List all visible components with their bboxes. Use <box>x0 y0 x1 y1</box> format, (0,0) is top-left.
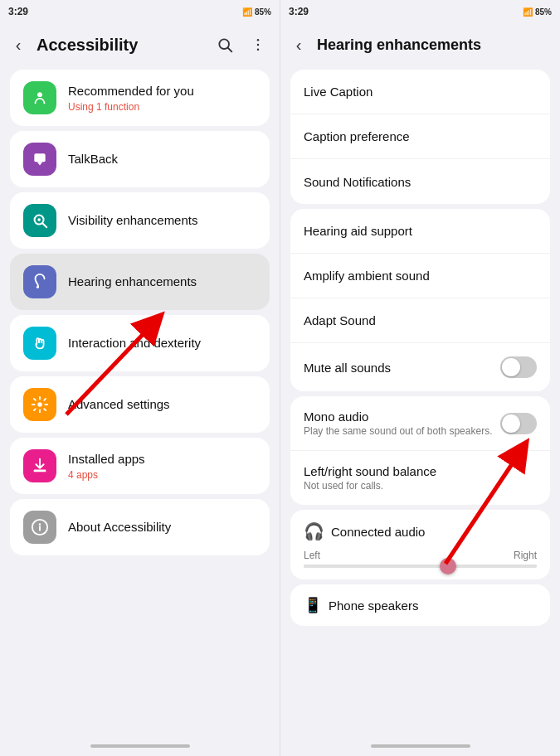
installed-card: Installed apps 4 apps <box>10 438 270 494</box>
amplify-item[interactable]: Amplify ambient sound <box>290 254 550 298</box>
advanced-icon <box>23 388 56 421</box>
adapt-sound-text: Adapt Sound <box>304 313 537 327</box>
sidebar-item-advanced[interactable]: Advanced settings <box>10 376 270 433</box>
svg-line-1 <box>228 48 232 52</box>
hearing-text: Hearing enhancements <box>68 274 256 290</box>
mono-audio-title: Mono audio <box>304 410 500 424</box>
right-page-title: Hearing enhancements <box>314 36 553 54</box>
hearing-aid-title: Hearing aid support <box>304 224 537 238</box>
amplify-title: Amplify ambient sound <box>304 269 537 283</box>
sidebar-item-visibility[interactable]: Visibility enhancements <box>10 192 270 249</box>
caption-pref-item[interactable]: Caption preference <box>290 114 550 159</box>
left-panel: 3:29 📶 85% ‹ Accessibility <box>0 0 280 756</box>
settings-group-3: Mono audio Play the same sound out of bo… <box>290 396 550 505</box>
live-caption-title: Live Caption <box>304 85 537 99</box>
hearing-icon <box>23 265 56 298</box>
hearing-settings-list: Live Caption Caption preference Sound No… <box>280 66 560 736</box>
mono-audio-item[interactable]: Mono audio Play the same sound out of bo… <box>290 396 550 451</box>
sidebar-item-interaction[interactable]: Interaction and dexterity <box>10 315 270 371</box>
mono-audio-toggle[interactable] <box>500 413 537 434</box>
left-right-title: Left/right sound balance <box>304 464 537 478</box>
sound-notif-text: Sound Notifications <box>304 175 537 189</box>
sidebar-item-about[interactable]: About Accessibility <box>10 499 270 555</box>
about-title: About Accessibility <box>68 519 256 536</box>
svg-point-11 <box>37 218 41 221</box>
slider-thumb[interactable] <box>440 558 456 574</box>
left-screen: 3:29 📶 85% ‹ Accessibility <box>0 0 280 756</box>
talkback-card: TalkBack <box>10 131 270 187</box>
mute-all-item[interactable]: Mute all sounds <box>290 343 550 391</box>
settings-group-2: Hearing aid support Amplify ambient soun… <box>290 209 550 391</box>
svg-marker-8 <box>37 162 43 165</box>
recommended-card: Recommended for you Using 1 function <box>10 70 270 126</box>
about-icon <box>23 511 56 544</box>
talkback-title: TalkBack <box>68 151 256 167</box>
visibility-icon <box>23 204 56 237</box>
visibility-card: Visibility enhancements <box>10 192 270 249</box>
mute-all-text: Mute all sounds <box>304 361 500 375</box>
left-right-text: Left/right sound balance Not used for ca… <box>304 464 537 492</box>
connected-audio-header: 🎧 Connected audio <box>304 521 537 541</box>
svg-point-6 <box>37 93 42 98</box>
right-status-icons: 📶 85% <box>523 7 552 17</box>
recommended-icon <box>23 81 56 114</box>
left-action-icons <box>210 30 273 60</box>
caption-pref-title: Caption preference <box>304 129 537 143</box>
hearing-aid-item[interactable]: Hearing aid support <box>290 209 550 254</box>
sound-balance-slider[interactable] <box>304 565 537 568</box>
hearing-card: Hearing enhancements <box>10 254 270 310</box>
svg-point-3 <box>257 44 260 46</box>
left-home-indicator <box>0 736 280 756</box>
interaction-icon <box>23 327 56 360</box>
visibility-title: Visibility enhancements <box>68 212 256 229</box>
right-signal-icons: 📶 85% <box>523 7 552 17</box>
advanced-text: Advanced settings <box>68 396 256 413</box>
search-button[interactable] <box>210 30 240 60</box>
sidebar-item-installed[interactable]: Installed apps 4 apps <box>10 438 270 494</box>
live-caption-text: Live Caption <box>304 85 537 99</box>
live-caption-item[interactable]: Live Caption <box>290 70 550 114</box>
advanced-title: Advanced settings <box>68 396 256 413</box>
phone-speakers-title: Phone speakers <box>329 598 418 613</box>
connected-audio-title: Connected audio <box>331 525 425 539</box>
interaction-title: Interaction and dexterity <box>68 335 256 351</box>
about-text: About Accessibility <box>68 519 256 536</box>
headphones-icon: 🎧 <box>304 521 324 541</box>
mute-all-toggle[interactable] <box>500 356 537 378</box>
more-options-button[interactable] <box>243 30 273 60</box>
hearing-title: Hearing enhancements <box>68 274 256 290</box>
left-status-bar: 3:29 📶 85% <box>0 0 280 23</box>
sidebar-item-talkback[interactable]: TalkBack <box>10 131 270 187</box>
advanced-card: Advanced settings <box>10 376 270 433</box>
right-screen: 3:29 📶 85% ‹ Hearing enhancements Live C… <box>280 0 560 756</box>
sound-notif-item[interactable]: Sound Notifications <box>290 159 550 204</box>
sidebar-item-recommended[interactable]: Recommended for you Using 1 function <box>10 70 270 126</box>
right-back-button[interactable]: ‹ <box>284 30 314 60</box>
left-time: 3:29 <box>8 6 28 17</box>
recommended-text: Recommended for you Using 1 function <box>68 83 256 113</box>
installed-title: Installed apps <box>68 451 256 468</box>
svg-point-12 <box>37 286 39 288</box>
left-home-bar <box>90 744 190 748</box>
left-top-bar: ‹ Accessibility <box>0 23 280 66</box>
svg-point-13 <box>37 402 42 407</box>
about-card: About Accessibility <box>10 499 270 555</box>
connected-audio-section: 🎧 Connected audio Left Right <box>290 510 550 579</box>
left-back-button[interactable]: ‹ <box>3 30 33 60</box>
right-panel: 3:29 📶 85% ‹ Hearing enhancements Live C… <box>280 0 560 756</box>
svg-line-10 <box>43 224 47 228</box>
adapt-sound-title: Adapt Sound <box>304 313 537 327</box>
left-right-item[interactable]: Left/right sound balance Not used for ca… <box>290 451 550 505</box>
recommended-subtitle: Using 1 function <box>68 101 256 113</box>
mono-audio-subtitle: Play the same sound out of both speakers… <box>304 425 500 437</box>
installed-text: Installed apps 4 apps <box>68 451 256 481</box>
svg-point-2 <box>257 39 260 41</box>
svg-rect-14 <box>34 470 46 472</box>
installed-subtitle: 4 apps <box>68 469 256 481</box>
right-home-bar <box>371 744 470 748</box>
sound-notif-title: Sound Notifications <box>304 175 537 189</box>
sidebar-item-hearing[interactable]: Hearing enhancements <box>10 254 270 310</box>
mute-all-title: Mute all sounds <box>304 361 500 375</box>
phone-icon: 📱 <box>304 596 322 614</box>
adapt-sound-item[interactable]: Adapt Sound <box>290 298 550 343</box>
